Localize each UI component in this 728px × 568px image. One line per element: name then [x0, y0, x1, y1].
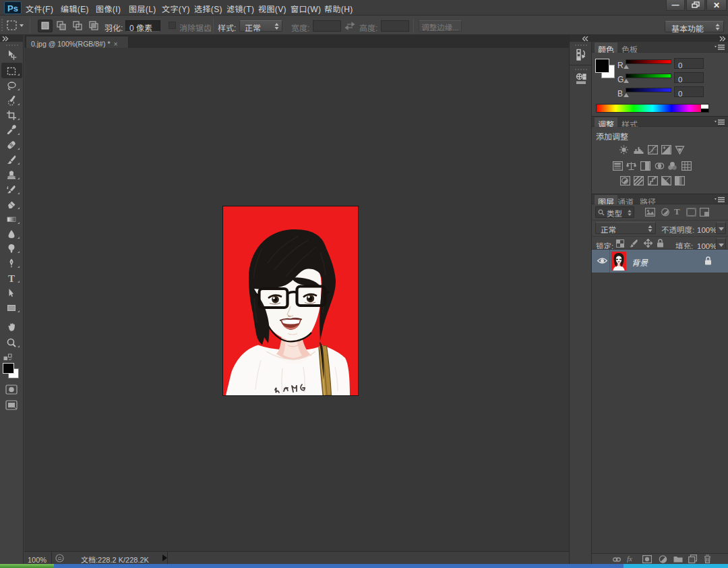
- svg-text:T: T: [8, 273, 15, 284]
